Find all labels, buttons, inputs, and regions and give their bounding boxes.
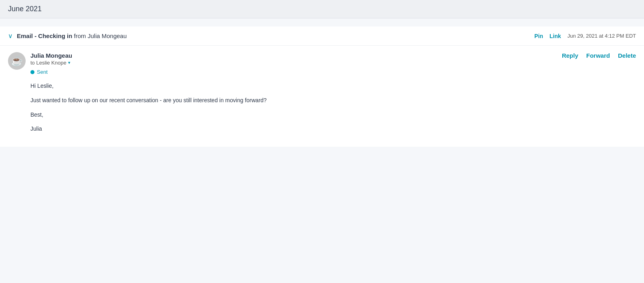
email-message: Just wanted to follow up on our recent c… [30, 96, 636, 105]
email-actions: Reply Forward Delete [562, 52, 636, 59]
email-subject-normal: from Julia Mongeau [72, 32, 127, 39]
email-subject-bold: Email - Checking in [17, 32, 72, 39]
delete-button[interactable]: Delete [618, 52, 636, 59]
email-body-section: ☕ Julia Mongeau to Leslie Knope ▾ Sent R… [0, 46, 644, 147]
email-date: Jun 29, 2021 at 4:12 PM EDT [568, 33, 636, 39]
status-dot-icon [30, 70, 34, 74]
email-container: ∨ Email - Checking in from Julia Mongeau… [0, 26, 644, 147]
email-closing: Best, [30, 110, 636, 120]
email-greeting: Hi Leslie, [30, 81, 636, 91]
email-signature: Julia [30, 124, 636, 134]
sender-name: Julia Mongeau [30, 52, 72, 59]
chevron-down-icon[interactable]: ∨ [8, 32, 13, 40]
link-link[interactable]: Link [549, 33, 561, 39]
reply-button[interactable]: Reply [562, 52, 578, 59]
dropdown-arrow-icon: ▾ [68, 60, 70, 65]
email-status: Sent [37, 69, 48, 75]
forward-button[interactable]: Forward [586, 52, 610, 59]
sender-to-text: to Leslie Knope [30, 60, 66, 66]
sender-to-row[interactable]: to Leslie Knope ▾ [30, 60, 72, 66]
month-header: June 2021 [0, 0, 644, 18]
email-subject: Email - Checking in from Julia Mongeau [17, 32, 127, 39]
pin-link[interactable]: Pin [534, 33, 543, 39]
avatar: ☕ [8, 52, 26, 70]
email-header: ∨ Email - Checking in from Julia Mongeau… [0, 26, 644, 46]
avatar-coffee-icon: ☕ [11, 55, 23, 67]
email-content: Hi Leslie, Just wanted to follow up on o… [8, 81, 636, 134]
